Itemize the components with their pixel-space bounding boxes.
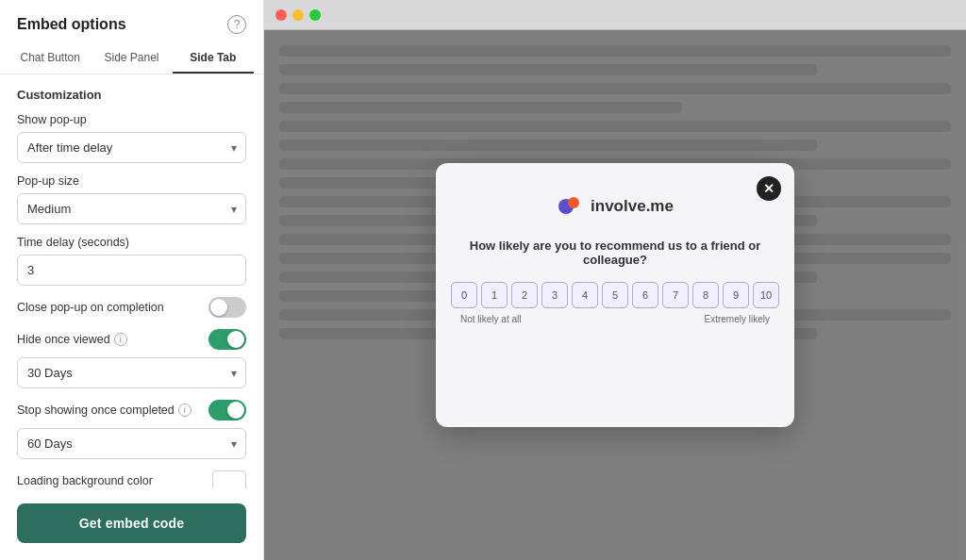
show-popup-select[interactable]: After time delay Immediately On scroll O…	[17, 132, 246, 163]
stop-showing-thumb	[227, 402, 244, 419]
nps-3[interactable]: 3	[541, 282, 568, 308]
hide-once-viewed-thumb	[227, 331, 244, 348]
nps-5[interactable]: 5	[602, 282, 628, 308]
hide-once-viewed-toggle[interactable]	[208, 329, 246, 350]
involve-me-logo-icon	[557, 193, 583, 220]
close-popup-row: Close pop-up on completion	[17, 297, 246, 318]
traffic-light-yellow	[292, 9, 304, 21]
show-popup-label: Show pop-up	[17, 113, 246, 126]
close-popup-label: Close pop-up on completion	[17, 301, 164, 314]
bg-color-row: Loading background color	[17, 470, 246, 488]
time-delay-input[interactable]	[17, 255, 246, 286]
tab-side-tab[interactable]: Side Tab	[173, 43, 254, 74]
close-popup-track	[208, 297, 246, 318]
stop-showing-info-icon: i	[178, 404, 192, 417]
nps-labels: Not likely at all Extremely likely	[458, 314, 772, 324]
panel-body: Customization Show pop-up After time del…	[0, 74, 263, 488]
nps-6[interactable]: 6	[632, 282, 658, 308]
close-popup-thumb	[210, 299, 227, 316]
survey-question: How likely are you to recommend us to a …	[458, 239, 772, 267]
bg-color-label: Loading background color	[17, 474, 153, 487]
popup-size-label: Pop-up size	[17, 174, 246, 188]
popup-size-select[interactable]: Small Medium Large	[17, 193, 246, 224]
time-delay-label: Time delay (seconds)	[17, 236, 246, 249]
stop-showing-toggle[interactable]	[208, 400, 246, 420]
modal-box: ✕ involve.me How likely are you to recom…	[436, 163, 794, 427]
browser-bar	[264, 0, 966, 30]
close-popup-toggle[interactable]	[208, 297, 246, 318]
popup-size-select-wrapper: Small Medium Large ▾	[17, 193, 246, 224]
customization-title: Customization	[17, 88, 246, 102]
stop-showing-row: Stop showing once completed i	[17, 400, 246, 420]
modal-overlay: ✕ involve.me How likely are you to recom…	[264, 30, 966, 560]
stop-showing-label: Stop showing once completed i	[17, 404, 192, 417]
modal-logo-text: involve.me	[591, 197, 674, 216]
hide-days-select-wrapper: 30 Days 7 Days 14 Days 60 Days ▾	[17, 357, 246, 388]
nps-2[interactable]: 2	[511, 282, 538, 308]
left-panel: Embed options ? Chat Button Side Panel S…	[0, 0, 264, 560]
stop-days-select[interactable]: 30 Days 60 Days 90 Days	[17, 428, 246, 459]
nps-label-left: Not likely at all	[460, 314, 521, 324]
nps-1[interactable]: 1	[481, 282, 508, 308]
preview-content: ✕ involve.me How likely are you to recom…	[264, 30, 966, 560]
help-icon[interactable]: ?	[227, 15, 246, 34]
nps-label-right: Extremely likely	[705, 314, 770, 324]
nps-container: 0 1 2 3 4 5 6 7 8 9 10 Not likely at all	[458, 282, 772, 324]
stop-showing-track	[208, 400, 246, 420]
hide-days-select[interactable]: 30 Days 7 Days 14 Days 60 Days	[17, 357, 246, 388]
panel-header: Embed options ?	[0, 0, 263, 43]
tabs-row: Chat Button Side Panel Side Tab	[0, 43, 263, 74]
nps-4[interactable]: 4	[572, 282, 598, 308]
nps-8[interactable]: 8	[692, 282, 719, 308]
tab-side-panel[interactable]: Side Panel	[91, 43, 172, 74]
modal-close-button[interactable]: ✕	[757, 176, 781, 201]
nps-scale: 0 1 2 3 4 5 6 7 8 9 10	[451, 282, 779, 308]
hide-once-viewed-track	[208, 329, 246, 350]
stop-days-select-wrapper: 30 Days 60 Days 90 Days ▾	[17, 428, 246, 459]
hide-once-viewed-row: Hide once viewed i	[17, 329, 246, 350]
svg-point-1	[568, 197, 579, 208]
traffic-light-green	[309, 9, 321, 21]
traffic-light-red	[275, 9, 287, 21]
bg-color-picker[interactable]	[212, 470, 246, 488]
tab-chat-button[interactable]: Chat Button	[9, 43, 91, 74]
get-embed-button[interactable]: Get embed code	[17, 503, 246, 543]
show-popup-select-wrapper: After time delay Immediately On scroll O…	[17, 132, 246, 163]
modal-logo: involve.me	[557, 193, 674, 220]
nps-10[interactable]: 10	[753, 282, 779, 308]
nps-9[interactable]: 9	[723, 282, 749, 308]
nps-0[interactable]: 0	[451, 282, 477, 308]
hide-once-viewed-label: Hide once viewed i	[17, 333, 127, 346]
hide-once-viewed-info-icon: i	[114, 333, 127, 346]
panel-title: Embed options	[17, 16, 126, 33]
right-panel: ✕ involve.me How likely are you to recom…	[264, 0, 966, 560]
nps-7[interactable]: 7	[662, 282, 689, 308]
